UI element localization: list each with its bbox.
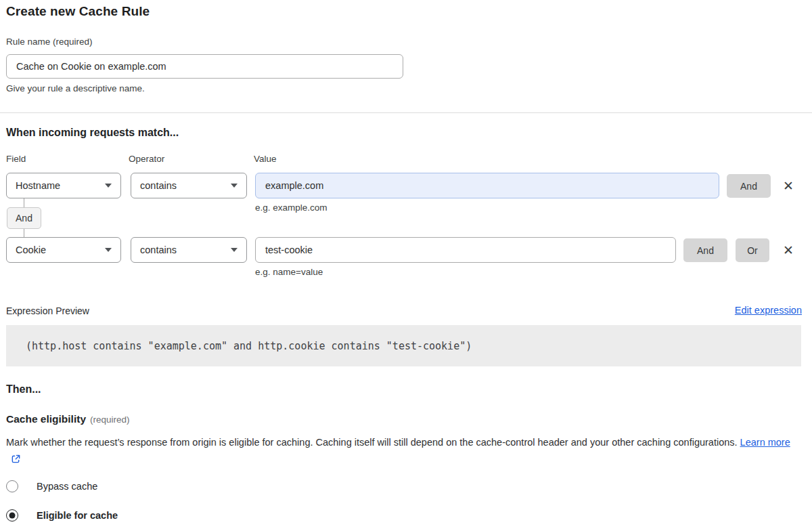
cache-eligibility-description: Mark whether the request’s response from… [6,434,791,469]
then-heading: Then... [6,383,41,396]
rule-name-label: Rule name (required) [6,37,93,47]
operator-select-row1-value: contains [140,180,177,191]
column-label-field: Field [6,154,26,164]
rule-name-input[interactable]: Cache on Cookie on example.com [6,54,403,79]
operator-select-row1[interactable]: contains [131,173,247,198]
and-button-row1[interactable]: And [727,174,771,198]
rule-name-helper: Give your rule a descriptive name. [6,83,145,93]
operator-select-row2-value: contains [140,245,177,255]
create-cache-rule-form: Create new Cache Rule Rule name (require… [0,0,812,531]
learn-more-link[interactable]: Learn more [740,437,790,448]
value-input-row1[interactable]: example.com [255,173,719,198]
cache-eligibility-title-row: Cache eligibility(required) [6,413,130,425]
bypass-cache-label: Bypass cache [37,481,97,492]
radio-selected-icon[interactable] [6,509,18,522]
remove-row1-icon[interactable]: ✕ [783,179,794,192]
expression-preview-label: Expression Preview [6,305,89,316]
field-select-row1-value: Hostname [16,180,60,191]
eligible-for-cache-label: Eligible for cache [37,510,118,521]
radio-unselected-icon[interactable] [6,480,18,492]
expression-code: (http.host contains "example.com" and ht… [26,340,472,352]
chevron-down-icon [105,184,112,188]
chevron-down-icon [231,184,238,188]
or-button-row2[interactable]: Or [736,238,769,262]
field-select-row2[interactable]: Cookie [6,237,121,263]
match-heading: When incoming requests match... [6,127,179,139]
rule-name-value: Cache on Cookie on example.com [16,61,166,72]
chevron-down-icon [231,248,238,252]
required-tag: (required) [90,415,130,425]
chevron-down-icon [105,248,112,252]
value-input-row2[interactable]: test-cookie [255,237,676,263]
description-text: Mark whether the request’s response from… [6,437,738,448]
edit-expression-link[interactable]: Edit expression [735,305,802,316]
and-button-row2[interactable]: And [683,238,727,262]
option-bypass-cache[interactable]: Bypass cache [6,480,97,492]
cache-eligibility-title: Cache eligibility [6,413,86,425]
value-input-row1-value: example.com [265,180,323,191]
value-hint-row2: e.g. name=value [255,267,323,277]
remove-row2-icon[interactable]: ✕ [783,244,794,257]
option-eligible-for-cache[interactable]: Eligible for cache [6,509,118,522]
field-select-row1[interactable]: Hostname [6,173,121,198]
field-select-row2-value: Cookie [16,245,46,255]
operator-select-row2[interactable]: contains [131,237,247,263]
section-divider [0,112,812,113]
page-title: Create new Cache Rule [6,4,150,19]
value-hint-row1: e.g. example.com [255,203,328,213]
column-label-value: Value [254,154,277,164]
column-label-operator: Operator [129,154,164,164]
external-link-icon [11,452,21,469]
value-input-row2-value: test-cookie [265,245,313,255]
connector-and-chip[interactable]: And [7,207,41,229]
expression-code-block: (http.host contains "example.com" and ht… [6,325,801,366]
